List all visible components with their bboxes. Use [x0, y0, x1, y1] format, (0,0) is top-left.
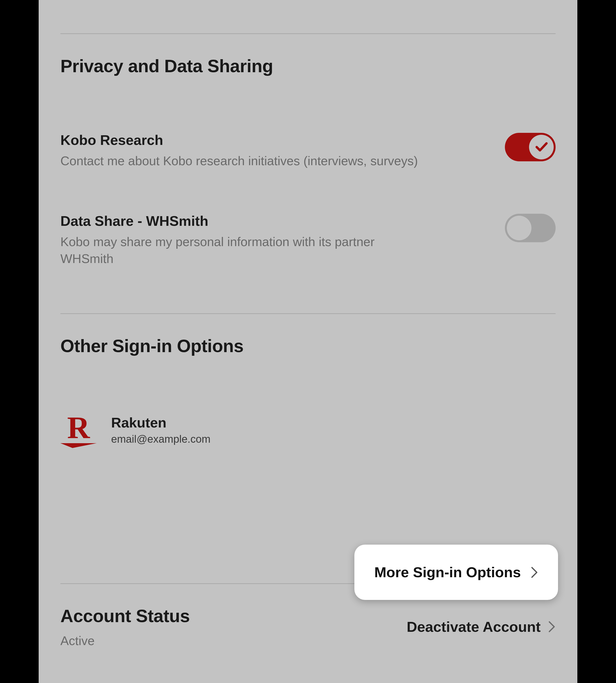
signin-section-title: Other Sign-in Options [60, 336, 556, 356]
chevron-right-icon [548, 621, 556, 633]
svg-marker-0 [60, 443, 96, 448]
toggle-kobo-research[interactable] [505, 133, 556, 161]
more-signin-options-popover[interactable]: More Sign-in Options [354, 545, 558, 600]
settings-panel: Privacy and Data Sharing Kobo Research C… [39, 0, 577, 683]
toggle-knob [507, 216, 531, 240]
setting-title: Kobo Research [60, 132, 423, 148]
setting-title: Data Share - WHSmith [60, 213, 423, 229]
setting-description: Kobo may share my personal information w… [60, 233, 423, 267]
section-divider [60, 33, 556, 34]
deactivate-account-button[interactable]: Deactivate Account [406, 618, 556, 635]
toggle-data-share-whsmith[interactable] [505, 214, 556, 242]
rakuten-logo-icon: R [60, 412, 96, 448]
setting-description: Contact me about Kobo research initiativ… [60, 152, 423, 169]
chevron-right-icon [530, 567, 538, 578]
status-section-title: Account Status [60, 606, 190, 626]
section-divider [60, 313, 556, 314]
toggle-knob [529, 135, 554, 159]
privacy-section-title: Privacy and Data Sharing [60, 56, 556, 76]
setting-row-data-share-whsmith: Data Share - WHSmith Kobo may share my p… [60, 213, 556, 267]
signin-provider-email: email@example.com [111, 433, 211, 445]
account-status-value: Active [60, 634, 190, 648]
signin-provider-name: Rakuten [111, 415, 211, 431]
deactivate-account-label: Deactivate Account [406, 618, 541, 635]
signin-provider-row[interactable]: R Rakuten email@example.com [60, 412, 556, 448]
check-icon [534, 139, 548, 155]
more-signin-options-label: More Sign-in Options [374, 564, 521, 580]
setting-row-kobo-research: Kobo Research Contact me about Kobo rese… [60, 132, 556, 169]
